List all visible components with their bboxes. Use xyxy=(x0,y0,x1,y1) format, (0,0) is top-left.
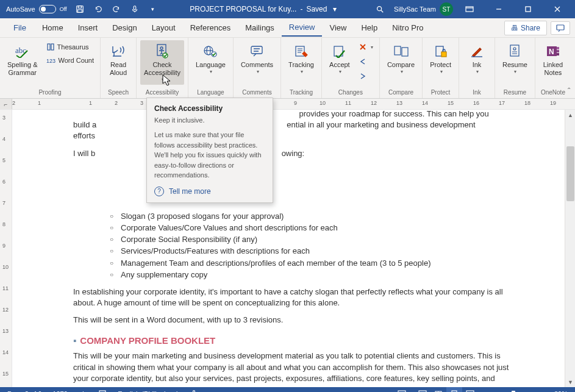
read-aloud-button[interactable]: Read Aloud xyxy=(104,40,132,79)
accessibility-status-icon[interactable] xyxy=(187,390,201,392)
read-mode-icon[interactable] xyxy=(430,387,446,392)
redo-icon[interactable] xyxy=(110,2,123,16)
user-team[interactable]: SillySac Team xyxy=(394,5,436,13)
svg-rect-18 xyxy=(251,46,262,54)
minimize-icon[interactable] xyxy=(486,0,512,18)
ruler-tick: 2 xyxy=(115,100,118,106)
body-text: efforts xyxy=(73,131,95,140)
focus-mode-icon[interactable] xyxy=(415,387,430,392)
tracking-icon xyxy=(293,43,310,60)
vertical-scrollbar[interactable]: ▲ ▼ xyxy=(565,110,575,387)
share-button[interactable]: 🖷Share xyxy=(504,21,547,35)
compare-button[interactable]: Compare ▾ xyxy=(384,40,418,77)
word-count-button[interactable]: 123Word Count xyxy=(44,54,97,67)
tab-mailings[interactable]: Mailings xyxy=(238,20,282,36)
tab-review[interactable]: Review xyxy=(282,19,323,37)
tab-view[interactable]: View xyxy=(322,20,354,36)
vruler-tick: 14 xyxy=(2,349,9,355)
vruler-tick: 12 xyxy=(2,307,9,313)
spelling-grammar-button[interactable]: abc Spelling & Grammar xyxy=(4,40,41,79)
ruler-tick: 14 xyxy=(422,100,428,106)
horizontal-ruler[interactable]: ⌐ 2112345678910111213141516171819 xyxy=(0,99,575,110)
scroll-down-icon[interactable]: ▼ xyxy=(565,377,575,387)
list-item: Slogan (3 proposed slogans for your appr… xyxy=(110,211,510,222)
spellcheck-status-icon[interactable] xyxy=(96,390,109,392)
ruler-tick: 13 xyxy=(396,100,402,106)
ink-button[interactable]: Ink ▾ xyxy=(463,40,491,77)
resume-button[interactable]: Resume ▾ xyxy=(499,40,531,77)
titlebar: AutoSave Off ▾ PROJECT PROPOSAL for Kuy.… xyxy=(0,0,575,18)
svg-rect-21 xyxy=(395,46,401,55)
qat-dropdown-icon[interactable]: ▾ xyxy=(146,2,160,16)
scroll-thumb[interactable] xyxy=(566,146,574,201)
help-icon: ? xyxy=(154,187,164,196)
tab-home[interactable]: Home xyxy=(35,20,71,36)
web-layout-icon[interactable] xyxy=(462,387,478,392)
spelling-icon: abc xyxy=(14,43,31,60)
ruler-tick: 2 xyxy=(12,100,15,106)
autosave-state: Off xyxy=(60,6,67,12)
ruler-tick: 15 xyxy=(448,100,454,106)
print-layout-icon[interactable] xyxy=(446,387,462,392)
reject-button[interactable]: ▾ xyxy=(356,40,376,54)
close-icon[interactable] xyxy=(545,0,570,18)
avatar[interactable]: ST xyxy=(440,2,453,16)
group-proofing: Proofing xyxy=(38,88,61,97)
tab-nitro-pro[interactable]: Nitro Pro xyxy=(385,20,430,36)
thesaurus-button[interactable]: Thesaurus xyxy=(44,40,97,54)
vruler-tick: 8 xyxy=(2,221,5,227)
check-accessibility-button[interactable]: Check Accessibility ▾ xyxy=(140,40,184,85)
section-heading: ▪COMPANY PROFILE BOOKLET xyxy=(73,334,510,347)
micro-icon[interactable] xyxy=(128,2,141,16)
group-comments: Comments xyxy=(242,88,271,97)
save-icon[interactable] xyxy=(73,2,87,16)
tab-file[interactable]: File xyxy=(5,20,35,36)
scroll-up-icon[interactable]: ▲ xyxy=(565,110,575,120)
tracking-button[interactable]: Tracking ▾ xyxy=(285,40,318,77)
next-change-button[interactable] xyxy=(356,69,376,83)
svg-rect-7 xyxy=(557,25,564,30)
check-accessibility-tooltip: Check Accessibility Keep it inclusive. L… xyxy=(146,98,273,203)
svg-text:N: N xyxy=(549,48,554,56)
search-icon[interactable] xyxy=(373,2,387,16)
svg-rect-6 xyxy=(526,7,530,12)
protect-icon xyxy=(432,43,449,60)
collapse-ribbon-icon[interactable]: ⌃ xyxy=(566,87,571,93)
accessibility-icon xyxy=(154,43,171,60)
ribbon-display-icon[interactable] xyxy=(457,0,482,18)
tab-design[interactable]: Design xyxy=(105,20,144,36)
list-item: Corporate Social Responsibility (if any) xyxy=(110,234,510,245)
tab-references[interactable]: References xyxy=(183,20,238,36)
comments-button[interactable]: Comments ▾ xyxy=(237,40,277,77)
doc-title: PROJECT PROPOSAL for Kuy... xyxy=(190,5,296,13)
undo-icon[interactable] xyxy=(91,2,105,16)
resume-icon xyxy=(506,43,523,60)
maximize-icon[interactable] xyxy=(515,0,541,18)
svg-point-14 xyxy=(163,53,168,58)
svg-rect-2 xyxy=(77,10,82,12)
svg-rect-10 xyxy=(51,44,54,50)
tab-layout[interactable]: Layout xyxy=(145,20,183,36)
document-page[interactable]: xxxxxxxxxxxxxxxxxxxxxxxxxxxxxxxxxxxxxxxx… xyxy=(12,110,565,387)
linked-notes-button[interactable]: N Linked Notes xyxy=(539,40,567,79)
protect-button[interactable]: Protect ▾ xyxy=(426,40,455,77)
svg-rect-25 xyxy=(510,45,519,56)
accept-button[interactable]: Accept ▾ xyxy=(326,40,354,77)
previous-change-button[interactable] xyxy=(356,55,376,68)
svg-rect-1 xyxy=(78,6,81,9)
svg-point-4 xyxy=(377,7,382,11)
body-text: This will be your main marketing and bus… xyxy=(73,351,510,387)
vertical-ruler[interactable]: 3456789101112131415 xyxy=(0,110,12,387)
comments-pane-toggle[interactable] xyxy=(551,21,570,35)
vruler-tick: 4 xyxy=(2,136,5,142)
ruler-corner: ⌐ xyxy=(0,99,12,110)
autosave-toggle[interactable] xyxy=(39,5,56,13)
accept-icon xyxy=(331,43,348,60)
tab-help[interactable]: Help xyxy=(354,20,385,36)
tell-me-more-link[interactable]: ?Tell me more xyxy=(154,187,265,196)
language-button[interactable]: Language ▾ xyxy=(192,40,229,77)
body-text: owing: xyxy=(282,149,305,158)
tab-insert[interactable]: Insert xyxy=(71,20,105,36)
svg-rect-3 xyxy=(134,6,136,10)
svg-rect-31 xyxy=(557,53,559,55)
